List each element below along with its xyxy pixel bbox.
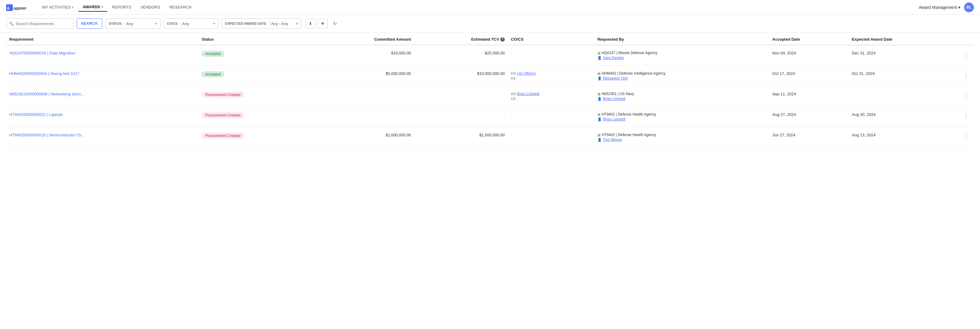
accepted-date: Oct 17, 2024 [769, 66, 849, 86]
person-link[interactable]: Brian Lintvedt [603, 117, 625, 122]
search-input[interactable] [16, 21, 65, 26]
org-text: HT9402 | Defense Health Agency [602, 112, 656, 117]
cocs-filter-label: CO/CS [167, 22, 180, 25]
committed-amount: - [313, 86, 414, 107]
status-filter[interactable]: STATUS Any ▾ [105, 18, 161, 29]
person-icon: 👤 [598, 76, 602, 81]
row-actions: ⋮ [959, 86, 974, 107]
award-mgmt-chevron: ▾ [958, 5, 960, 10]
row-more-button[interactable]: ⋮ [962, 71, 971, 79]
tcv-info-icon[interactable]: ? [500, 37, 505, 41]
nav-right: Award Management ▾ BL [919, 2, 974, 12]
nav-my-activities[interactable]: MY ACTIVITIES ▾ [38, 3, 78, 11]
download-button[interactable]: ⬇ [305, 19, 315, 28]
requested-by-cell: ▦ N652361 | US Navy 👤 Brian Lintvedt [595, 86, 769, 107]
requirement-link[interactable]: HQ01470000000016 | Data Migration [9, 51, 75, 55]
row-more-button[interactable]: ⋮ [962, 133, 971, 141]
org-icon: ▦ [598, 92, 601, 96]
row-more-button[interactable]: ⋮ [962, 112, 971, 120]
cocs-cell: COcon officer1CS- [508, 66, 595, 86]
status-filter-chevron: ▾ [155, 22, 157, 26]
accepted-date: Aug 27, 2024 [769, 107, 849, 127]
status-badge: Procurement Created [202, 133, 244, 139]
person-link[interactable]: Sara Daniels [603, 55, 624, 60]
table-row: HQ01470000000016 | Data MigrationAccepte… [6, 45, 974, 66]
nav-my-activities-label: MY ACTIVITIES [42, 5, 71, 9]
status-badge: Procurement Created [202, 92, 244, 98]
main-nav: a appian MY ACTIVITIES ▾ AWARDS ▾ REPORT… [0, 0, 980, 15]
user-avatar[interactable]: BL [964, 2, 974, 12]
award-management-label: Award Management [919, 5, 957, 10]
requirement-link[interactable]: N6523610000000006 | Networking Servi... [9, 92, 84, 96]
estimated-tcv: - [414, 107, 508, 127]
expected-date: Dec 31, 2024 [849, 45, 959, 66]
committed-amount: $5,000,000.00 [313, 66, 414, 86]
committed-amount: - [313, 107, 414, 127]
nav-awards-label: AWARDS [83, 5, 100, 9]
search-icon: 🔍 [9, 21, 14, 26]
row-actions: ⋮ [959, 45, 974, 66]
person-link[interactable]: Requestor One [603, 76, 628, 81]
row-actions: ⋮ [959, 127, 974, 148]
person-icon: 👤 [598, 117, 602, 122]
person-link[interactable]: Brian Lintvedt [603, 96, 625, 101]
org-icon: ▦ [598, 133, 601, 137]
award-management-menu[interactable]: Award Management ▾ [919, 5, 960, 10]
search-button[interactable]: SEARCH [76, 18, 102, 29]
estimated-tcv: $25,000.00 [414, 45, 508, 66]
requested-by-cell: ▦ HT9402 | Defense Health Agency 👤 Tom M… [595, 127, 769, 148]
row-more-button[interactable]: ⋮ [962, 92, 971, 100]
toolbar-actions: ⬇ ▼ ↻ [305, 19, 340, 28]
th-status: Status [199, 33, 313, 45]
status-badge: Accepted [202, 51, 224, 57]
org-icon: ▦ [598, 112, 601, 117]
search-toolbar: 🔍 SEARCH STATUS Any ▾ CO/CS Any ▾ EXPECT… [0, 15, 980, 33]
org-icon: ▦ [598, 71, 601, 76]
table-row: HT94020000000019 | Semiconductor Ch...Pr… [6, 127, 974, 148]
expected-date: Aug 30, 2024 [849, 107, 959, 127]
co-link[interactable]: Brian Lintvedt [517, 92, 539, 96]
th-accepted-date: Accepted Date [769, 33, 849, 45]
row-more-button[interactable]: ⋮ [962, 51, 971, 59]
app-logo[interactable]: a appian [6, 3, 30, 12]
expected-date-filter[interactable]: EXPECTED AWARD DATE Any - Any ▾ [222, 18, 301, 29]
cs-label: CS [511, 97, 517, 101]
org-text: HT9402 | Defense Health Agency [602, 133, 656, 137]
requested-by-cell: ▦ HQ0147 | Missile Defense Agency 👤 Sara… [595, 45, 769, 66]
requirement-link[interactable]: HT94020000000019 | Semiconductor Ch... [9, 133, 85, 137]
accepted-date: Nov 04, 2024 [769, 45, 849, 66]
requirement-link[interactable]: HHM4020000000004 | Huong test 1017 [9, 71, 80, 76]
requirement-link[interactable]: HT94020000000022 | Laptops [9, 112, 63, 117]
nav-vendors[interactable]: VENDORS [136, 3, 164, 11]
th-requested-by: Requested By [595, 33, 769, 45]
th-tcv: Estimated TCV ? [414, 33, 508, 45]
nav-research[interactable]: RESEARCH [165, 3, 196, 11]
person-link[interactable]: Tom Meese [603, 138, 622, 142]
requirements-table-container: Requirement Status Committed Amount Esti… [0, 33, 980, 148]
expected-date: - [849, 86, 959, 107]
cocs-filter-chevron: ▾ [213, 22, 215, 26]
accepted-date: Sep 11, 2024 [769, 86, 849, 107]
filter-button[interactable]: ▼ [318, 19, 328, 28]
cocs-cell: - [508, 107, 595, 127]
nav-research-label: RESEARCH [169, 5, 191, 9]
th-actions [959, 33, 974, 45]
nav-items: MY ACTIVITIES ▾ AWARDS ▾ REPORTS VENDORS… [38, 3, 919, 12]
person-icon: 👤 [598, 97, 602, 101]
expected-date: Oct 31, 2024 [849, 66, 959, 86]
estimated-tcv: $1,500,000.00 [414, 127, 508, 148]
svg-text:a: a [7, 5, 10, 10]
org-text: N652361 | US Navy [602, 92, 634, 96]
nav-reports-label: REPORTS [112, 5, 131, 9]
org-text: HHM402 | Defense Intelligence Agency [602, 71, 666, 76]
status-badge: Procurement Created [202, 112, 244, 118]
expected-date-label: EXPECTED AWARD DATE [225, 22, 269, 25]
nav-awards[interactable]: AWARDS ▾ [78, 3, 107, 12]
refresh-button[interactable]: ↻ [330, 19, 340, 28]
table-header-row: Requirement Status Committed Amount Esti… [6, 33, 974, 45]
co-link[interactable]: con officer1 [517, 71, 536, 76]
nav-reports[interactable]: REPORTS [108, 3, 136, 11]
status-badge: Accepted [202, 71, 224, 78]
row-actions: ⋮ [959, 107, 974, 127]
cocs-filter[interactable]: CO/CS Any ▾ [164, 18, 219, 29]
